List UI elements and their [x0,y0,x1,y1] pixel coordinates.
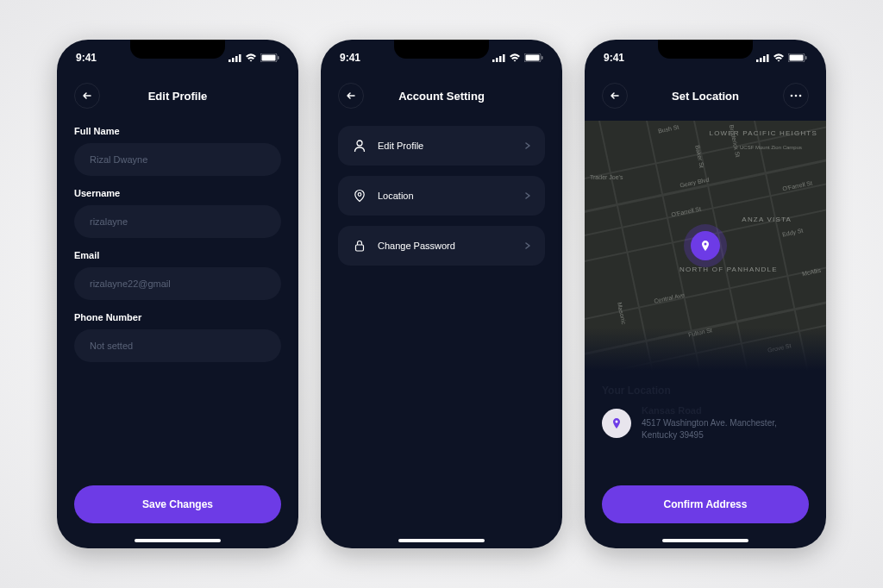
location-row: Kansas Road 4517 Washington Ave. Manches… [602,405,809,441]
svg-rect-2 [235,56,238,62]
username-input[interactable]: rizalayne [74,205,281,238]
chevron-right-icon [524,238,531,253]
field-email: Email rizalayne22@gmail [74,250,281,300]
setting-label: Change Password [378,241,514,251]
setting-location[interactable]: Location [338,176,545,216]
arrow-left-icon [81,90,93,102]
map-street-label: McAllis [801,267,821,277]
map-pin[interactable] [691,231,720,260]
status-time: 9:41 [340,52,360,64]
user-icon [352,138,367,153]
phone-input[interactable]: Not setted [74,329,281,362]
svg-rect-5 [262,55,276,61]
svg-rect-7 [492,59,495,62]
signal-icon [756,53,769,62]
fullname-label: Full Name [74,126,281,136]
svg-rect-12 [526,55,540,61]
status-indicators [756,53,807,62]
svg-rect-16 [356,245,364,251]
page-title: Set Location [672,90,739,103]
location-pin-circle [602,409,631,438]
svg-rect-22 [790,55,804,61]
svg-rect-13 [542,56,543,59]
status-time: 9:41 [76,52,97,64]
wifi-icon [245,53,257,62]
signal-icon [492,53,505,62]
setting-change-password[interactable]: Change Password [338,226,545,266]
status-indicators [492,53,543,62]
location-text: Kansas Road 4517 Washington Ave. Manches… [642,405,809,441]
svg-point-28 [616,421,618,423]
back-button[interactable] [74,83,100,109]
map-area-label: ANZA VISTA [742,216,792,223]
lock-icon [352,238,367,253]
phone-set-location: 9:41 Set Location [585,40,826,548]
svg-point-24 [791,95,793,97]
map-area-label: LOWER PACIFIC HEIGHTS [709,129,817,137]
map-street-label: Central Ave [654,291,686,303]
signal-icon [229,53,241,62]
more-button[interactable] [783,83,809,109]
map-area-label: NORTH OF PANHANDLE [679,266,778,273]
svg-point-25 [795,95,798,97]
map-street-label: Eddy St [782,228,804,238]
chevron-right-icon [524,138,531,153]
map-street-label: Bush St [658,124,679,134]
phone-label: Phone Number [74,312,281,322]
svg-rect-1 [232,58,235,62]
battery-icon [260,53,279,62]
home-indicator[interactable] [398,539,485,542]
location-address: 4517 Washington Ave. Manchester, Kentuck… [642,417,809,441]
notch [658,40,753,59]
username-label: Username [74,188,281,198]
field-username: Username rizalayne [74,188,281,238]
home-indicator[interactable] [135,539,221,542]
chevron-right-icon [524,188,531,203]
back-button[interactable] [602,83,628,109]
map-street-label: Baker St [694,145,705,169]
setting-edit-profile[interactable]: Edit Profile [338,126,545,166]
notch [130,40,225,59]
back-button[interactable] [338,83,364,109]
map-poi-label: Trader Joe's [590,174,623,180]
fullname-input[interactable]: Rizal Dwayne [74,143,281,176]
svg-rect-3 [239,54,241,62]
more-icon [790,94,802,97]
location-heading: Your Location [602,385,809,397]
map[interactable]: LOWER PACIFIC HEIGHTS UCSF Mount Zion Ca… [585,121,826,371]
svg-rect-18 [760,58,762,62]
svg-rect-6 [278,56,279,59]
header: Account Setting [321,67,562,121]
status-indicators [229,53,279,62]
phone-edit-profile: 9:41 Edit Profile Full Name Rizal Dwayne… [57,40,298,548]
battery-icon [524,53,543,62]
svg-rect-19 [763,56,766,62]
field-fullname: Full Name Rizal Dwayne [74,126,281,176]
email-input[interactable]: rizalayne22@gmail [74,267,281,300]
status-time: 9:41 [604,52,624,64]
svg-rect-9 [499,56,502,62]
save-button[interactable]: Save Changes [74,485,281,523]
svg-point-14 [357,141,362,146]
wifi-icon [773,53,785,62]
setting-label: Location [378,191,514,201]
svg-rect-20 [767,54,769,62]
form-content: Full Name Rizal Dwayne Username rizalayn… [57,121,298,485]
svg-rect-8 [496,58,498,62]
pin-icon [699,240,711,252]
confirm-button[interactable]: Confirm Address [602,485,809,523]
svg-rect-10 [503,54,505,62]
arrow-left-icon [345,90,357,102]
field-phone: Phone Number Not setted [74,312,281,362]
battery-icon [788,53,807,62]
page-title: Account Setting [398,90,485,103]
page-title: Edit Profile [148,90,208,103]
arrow-left-icon [609,90,621,102]
svg-rect-17 [756,59,759,62]
settings-list: Edit Profile Location Change Password [321,121,562,539]
home-indicator[interactable] [662,539,748,542]
header: Edit Profile [57,67,298,121]
pin-icon [611,417,623,429]
svg-point-15 [358,193,361,197]
location-section: Your Location Kansas Road 4517 Washingto… [585,371,826,450]
